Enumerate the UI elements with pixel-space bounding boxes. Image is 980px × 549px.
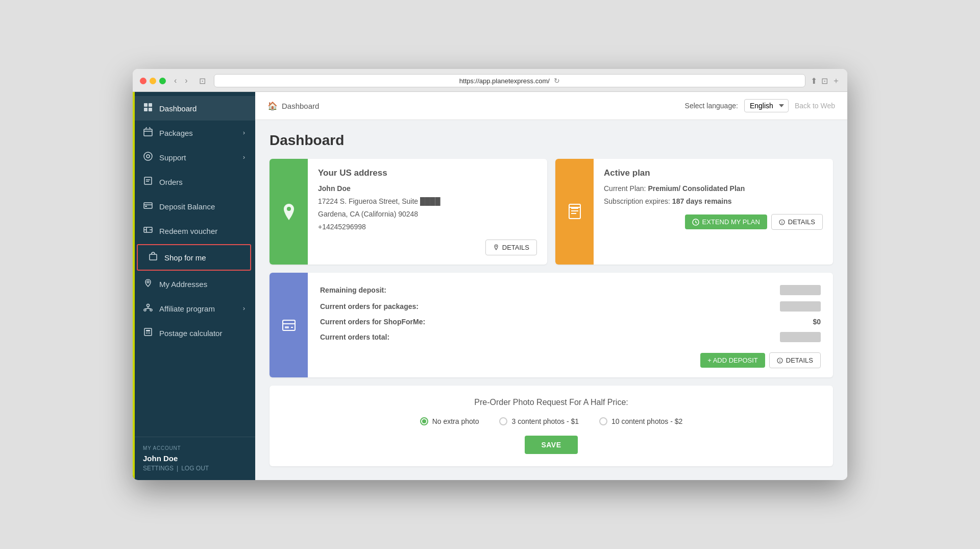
sidebar-item-orders[interactable]: Orders (133, 170, 255, 194)
deposit-row-remaining: Remaining deposit: ████████ (320, 282, 821, 298)
maximize-button[interactable] (159, 78, 166, 84)
radio-10-photos-circle (599, 417, 607, 425)
svg-rect-1 (149, 103, 152, 107)
packages-icon (143, 127, 153, 138)
settings-link[interactable]: SETTINGS (143, 465, 174, 472)
app-container: Dashboard Packages › Support › (133, 92, 847, 480)
svg-rect-0 (144, 103, 148, 107)
plan-subscription: Subscription expires: 187 days remains (604, 196, 823, 207)
sidebar-item-deposit-balance[interactable]: Deposit Balance (133, 194, 255, 219)
plan-card-footer: EXTEND MY PLAN DETAILS (604, 214, 823, 230)
svg-rect-17 (146, 330, 150, 331)
sidebar-item-postage-calculator[interactable]: Postage calculator (133, 321, 255, 345)
support-chevron-icon: › (243, 154, 245, 161)
svg-point-22 (496, 245, 497, 246)
deposit-total-label: Current orders total: (320, 333, 389, 341)
svg-rect-9 (145, 206, 147, 207)
radio-3-photos-circle (499, 417, 507, 425)
svg-rect-11 (150, 254, 157, 260)
minimize-button[interactable] (150, 78, 156, 84)
photo-request-card: Pre-Order Photo Request For A Half Price… (270, 386, 833, 466)
sidebar-nav: Dashboard Packages › Support › (133, 92, 255, 437)
radio-3-photos[interactable]: 3 content photos - $1 (499, 417, 579, 425)
deposit-card-body: Remaining deposit: ████████ Current orde… (308, 273, 833, 377)
svg-point-5 (144, 152, 152, 160)
svg-rect-16 (144, 328, 152, 336)
breadcrumb-text: Dashboard (282, 102, 319, 110)
deposit-details-button[interactable]: DETAILS (769, 352, 821, 368)
new-tab-button[interactable]: ＋ (832, 76, 840, 86)
top-cards-row: Your US address John Doe 17224 S. Figuer… (270, 159, 833, 265)
top-bar: 🏠 Dashboard Select language: English Spa… (255, 92, 847, 120)
plan-card-icon-panel (555, 159, 594, 265)
sidebar-label-shop-for-me: Shop for me (164, 253, 206, 262)
main-content: 🏠 Dashboard Select language: English Spa… (255, 92, 847, 480)
sidebar-label-dashboard: Dashboard (159, 104, 197, 113)
reload-button[interactable]: ↻ (554, 77, 560, 85)
deposit-row-packages: Current orders for packages: ████████ (320, 298, 821, 315)
radio-no-photo[interactable]: No extra photo (420, 417, 479, 425)
tabs-button[interactable]: ⊡ (821, 76, 828, 86)
back-button[interactable]: ‹ (171, 75, 180, 86)
back-to-web-link[interactable]: Back to Web (795, 102, 835, 110)
address-card-footer: DETAILS (318, 240, 537, 255)
sidebar-label-packages: Packages (159, 129, 193, 137)
sidebar-item-shop-for-me[interactable]: Shop for me (137, 244, 251, 271)
svg-rect-7 (144, 177, 152, 184)
plan-details-button[interactable]: DETAILS (771, 214, 823, 230)
calculator-icon (143, 327, 153, 339)
plan-card-title: Active plan (604, 168, 823, 178)
active-plan-card: Active plan Current Plan: Premium/ Conso… (555, 159, 833, 265)
radio-3-photos-label: 3 content photos - $1 (511, 417, 579, 425)
dashboard-icon (143, 103, 153, 114)
view-toggle-button[interactable]: ⊡ (196, 75, 209, 87)
sidebar-label-orders: Orders (159, 178, 183, 186)
sidebar-item-redeem-voucher[interactable]: Redeem voucher (133, 219, 255, 243)
sidebar-item-packages[interactable]: Packages › (133, 121, 255, 145)
svg-point-30 (779, 359, 780, 360)
packages-chevron-icon: › (243, 129, 245, 136)
address-street: 17224 S. Figueroa Street, Suite ████ (318, 196, 537, 207)
sidebar-label-affiliate-program: Affiliate program (159, 304, 215, 313)
account-links: SETTINGS | LOG OUT (143, 465, 245, 472)
svg-rect-18 (146, 332, 147, 333)
extend-plan-button[interactable]: EXTEND MY PLAN (685, 214, 767, 229)
browser-window: ‹ › ⊡ https://app.planetexpress.com/ ↻ ⬆… (133, 69, 847, 480)
address-card-title: Your US address (318, 168, 537, 178)
svg-point-13 (147, 304, 150, 307)
us-address-card: Your US address John Doe 17224 S. Figuer… (270, 159, 547, 265)
sidebar-label-support: Support (159, 153, 186, 162)
sidebar-item-support[interactable]: Support › (133, 145, 255, 170)
sidebar-item-dashboard[interactable]: Dashboard (133, 96, 255, 121)
svg-point-6 (146, 155, 150, 158)
radio-no-photo-dot (422, 419, 426, 423)
radio-no-photo-circle (420, 417, 428, 425)
language-select[interactable]: English Spanish French German (744, 99, 789, 112)
svg-rect-3 (149, 108, 152, 111)
sidebar-item-affiliate-program[interactable]: Affiliate program › (133, 296, 255, 321)
save-button[interactable]: SAVE (525, 436, 577, 454)
sidebar-item-my-addresses[interactable]: My Addresses (133, 272, 255, 296)
content-area: Dashboard Your US address J (255, 120, 847, 479)
forward-button[interactable]: › (182, 75, 190, 86)
language-label: Select language: (685, 102, 738, 110)
radio-10-photos[interactable]: 10 content photos - $2 (599, 417, 682, 425)
deposit-remaining-value: ████████ (780, 285, 821, 295)
address-details-button[interactable]: DETAILS (485, 240, 537, 255)
account-links-separator: | (177, 465, 178, 472)
deposit-icon (143, 201, 153, 212)
close-button[interactable] (140, 78, 146, 84)
plan-current: Current Plan: Premium/ Consolidated Plan (604, 183, 823, 194)
save-btn-container: SAVE (282, 436, 821, 454)
share-button[interactable]: ⬆ (811, 76, 817, 86)
url-bar[interactable]: https://app.planetexpress.com/ ↻ (214, 74, 805, 87)
photo-request-title: Pre-Order Photo Request For A Half Price… (282, 398, 821, 407)
add-deposit-button[interactable]: + ADD DEPOSIT (700, 353, 765, 368)
deposit-total-value: ████████ (780, 332, 821, 342)
plan-card-body: Active plan Current Plan: Premium/ Conso… (594, 159, 833, 265)
radio-no-photo-label: No extra photo (432, 417, 479, 425)
svg-rect-8 (144, 203, 152, 208)
sidebar-label-redeem-voucher: Redeem voucher (159, 227, 217, 235)
voucher-icon (143, 225, 153, 236)
logout-link[interactable]: LOG OUT (181, 465, 209, 472)
